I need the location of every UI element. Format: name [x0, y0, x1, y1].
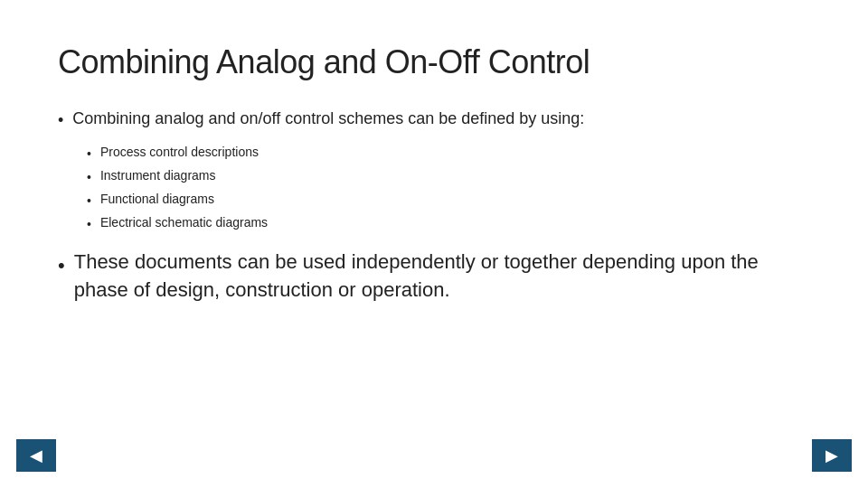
sub-bullet-1-text: Process control descriptions	[100, 142, 259, 162]
next-button[interactable]: ▶	[812, 439, 852, 472]
prev-arrow-icon: ◀	[30, 447, 42, 464]
sub-bullet-3-text: Functional diagrams	[100, 189, 214, 209]
sub-dot-3: •	[87, 192, 91, 211]
next-arrow-icon: ▶	[826, 447, 838, 464]
sub-bullet-item-3: • Functional diagrams	[87, 189, 810, 211]
slide-content: • Combining analog and on/off control sc…	[58, 107, 810, 305]
sub-bullet-2-text: Instrument diagrams	[100, 165, 216, 185]
slide-title: Combining Analog and On-Off Control	[58, 43, 810, 81]
sub-bullet-4-text: Electrical schematic diagrams	[100, 212, 268, 232]
main-bullet-2-text: These documents can be used independentl…	[74, 249, 810, 305]
main-bullet-1: • Combining analog and on/off control sc…	[58, 107, 810, 133]
sub-dot-2: •	[87, 168, 91, 187]
bullet-dot-1: •	[58, 108, 63, 133]
main-bullet-1-text: Combining analog and on/off control sche…	[72, 107, 584, 131]
sub-bullet-item-1: • Process control descriptions	[87, 142, 810, 164]
prev-button[interactable]: ◀	[16, 439, 56, 472]
sub-dot-1: •	[87, 145, 91, 164]
sub-bullet-list: • Process control descriptions • Instrum…	[87, 142, 810, 234]
slide: Combining Analog and On-Off Control • Co…	[0, 0, 868, 488]
sub-bullet-item-4: • Electrical schematic diagrams	[87, 212, 810, 234]
main-bullet-2: • These documents can be used independen…	[58, 249, 810, 305]
sub-bullet-item-2: • Instrument diagrams	[87, 165, 810, 187]
bullet-dot-2: •	[58, 250, 65, 280]
sub-dot-4: •	[87, 215, 91, 234]
